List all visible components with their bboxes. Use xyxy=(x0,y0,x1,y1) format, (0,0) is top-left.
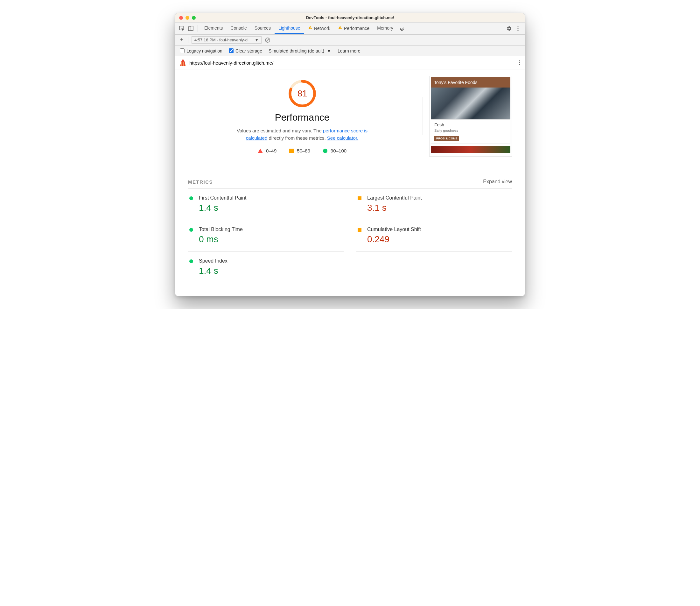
metrics-header: METRICS Expand view xyxy=(188,179,512,189)
window-title: DevTools - foul-heavenly-direction.glitc… xyxy=(175,15,525,20)
svg-point-12 xyxy=(519,60,520,61)
circle-icon xyxy=(189,196,193,200)
expand-view-button[interactable]: Expand view xyxy=(483,179,512,185)
learn-more-link[interactable]: Learn more xyxy=(338,48,361,53)
legend-avg: 50–89 xyxy=(289,148,310,154)
svg-rect-3 xyxy=(310,27,311,28)
warning-icon xyxy=(338,25,342,30)
clear-storage-label: Clear storage xyxy=(236,48,262,53)
metric-label: Cumulative Layout Shift xyxy=(367,227,421,232)
throttling-selector[interactable]: Simulated throttling (default) ▼ xyxy=(269,48,331,53)
square-icon xyxy=(358,228,361,232)
dropdown-triangle-icon: ▼ xyxy=(255,38,259,42)
metric-item: Cumulative Layout Shift0.249 xyxy=(356,220,512,252)
svg-line-11 xyxy=(266,39,269,42)
svg-point-13 xyxy=(519,62,520,63)
circle-icon xyxy=(323,149,328,153)
preview-card-title: Fesh xyxy=(434,122,507,127)
score-gauge: 81 xyxy=(188,79,416,108)
lighthouse-icon xyxy=(180,59,186,67)
svg-point-8 xyxy=(517,28,518,29)
metrics-grid: First Contentful Paint1.4 sLargest Conte… xyxy=(188,189,512,283)
inspect-element-icon[interactable] xyxy=(178,24,186,33)
warning-icon xyxy=(308,25,312,30)
triangle-icon xyxy=(258,149,263,153)
svg-point-7 xyxy=(517,26,518,27)
more-tabs-icon[interactable] xyxy=(398,24,406,33)
tabs-container: ElementsConsoleSourcesLighthouseNetworkP… xyxy=(200,24,397,33)
score-description: Values are estimated and may vary. The p… xyxy=(232,127,372,142)
clear-storage-checkbox[interactable]: Clear storage xyxy=(229,48,262,53)
metric-value: 0.249 xyxy=(367,234,421,244)
lighthouse-report: 81 Performance Values are estimated and … xyxy=(175,69,525,296)
legend-good: 90–100 xyxy=(323,148,346,154)
settings-gear-icon[interactable] xyxy=(505,24,513,33)
page-preview: Tony's Favorite Foods Fesh Salty goodnes… xyxy=(429,76,512,157)
svg-rect-2 xyxy=(191,26,193,30)
metric-label: Total Blocking Time xyxy=(199,227,243,232)
legacy-navigation-checkbox[interactable]: Legacy navigation xyxy=(180,48,222,53)
report-selector[interactable]: 4:57:16 PM - foul-heavenly-di ▼ xyxy=(192,36,262,44)
tab-lighthouse[interactable]: Lighthouse xyxy=(274,24,304,34)
devtools-window: DevTools - foul-heavenly-direction.glitc… xyxy=(175,13,525,296)
preview-card: Fesh Salty goodness PROS & CONS xyxy=(431,119,510,144)
circle-icon xyxy=(189,228,193,232)
tab-memory[interactable]: Memory xyxy=(373,24,397,33)
dropdown-triangle-icon: ▼ xyxy=(327,48,331,53)
metric-label: Speed Index xyxy=(199,258,227,264)
tab-performance[interactable]: Performance xyxy=(334,24,373,33)
score-column: 81 Performance Values are estimated and … xyxy=(188,76,416,157)
metric-value: 3.1 s xyxy=(367,203,422,213)
preview-image xyxy=(431,88,510,119)
report-url: https://foul-heavenly-direction.glitch.m… xyxy=(189,60,516,66)
circle-icon xyxy=(189,259,193,263)
legend-bad: 0–49 xyxy=(258,148,276,154)
preview-card-subtitle: Salty goodness xyxy=(434,129,507,133)
tab-sources[interactable]: Sources xyxy=(251,24,274,33)
metric-value: 1.4 s xyxy=(199,266,227,276)
calculator-link[interactable]: See calculator. xyxy=(327,135,358,141)
report-menu-icon[interactable] xyxy=(519,60,520,65)
lighthouse-subbar: + 4:57:16 PM - foul-heavenly-di ▼ xyxy=(175,35,525,46)
vertical-divider xyxy=(423,97,423,135)
metric-item: Speed Index1.4 s xyxy=(188,252,344,283)
square-icon xyxy=(289,149,294,153)
svg-rect-5 xyxy=(340,27,340,28)
metric-item: Total Blocking Time0 ms xyxy=(188,220,344,252)
svg-point-14 xyxy=(519,64,520,65)
score-value: 81 xyxy=(297,89,307,98)
preview-header: Tony's Favorite Foods xyxy=(431,77,510,88)
legacy-navigation-input[interactable] xyxy=(180,48,185,53)
report-top-grid: 81 Performance Values are estimated and … xyxy=(188,76,512,157)
svg-rect-4 xyxy=(310,28,311,29)
devtools-tabbar: ElementsConsoleSourcesLighthouseNetworkP… xyxy=(175,23,525,35)
device-toolbar-icon[interactable] xyxy=(187,24,195,33)
throttling-label: Simulated throttling (default) xyxy=(269,48,324,53)
score-legend: 0–49 50–89 90–100 xyxy=(188,148,416,154)
report-selector-label: 4:57:16 PM - foul-heavenly-di xyxy=(194,38,248,42)
lighthouse-options-row: Legacy navigation Clear storage Simulate… xyxy=(175,46,525,56)
svg-rect-6 xyxy=(340,28,340,29)
square-icon xyxy=(358,196,361,200)
preview-image-2 xyxy=(431,146,510,153)
svg-point-9 xyxy=(517,30,518,31)
clear-storage-input[interactable] xyxy=(229,48,234,53)
metric-label: Largest Contentful Paint xyxy=(367,195,422,201)
clear-icon[interactable] xyxy=(265,37,270,43)
preview-card-button: PROS & CONS xyxy=(434,136,459,141)
tab-elements[interactable]: Elements xyxy=(200,24,226,33)
metric-value: 0 ms xyxy=(199,234,243,244)
metric-item: First Contentful Paint1.4 s xyxy=(188,189,344,220)
metric-value: 1.4 s xyxy=(199,203,246,213)
report-url-row: https://foul-heavenly-direction.glitch.m… xyxy=(175,56,525,69)
tab-console[interactable]: Console xyxy=(226,24,250,33)
metric-item: Largest Contentful Paint3.1 s xyxy=(356,189,512,220)
metric-label: First Contentful Paint xyxy=(199,195,246,201)
category-title: Performance xyxy=(188,112,416,123)
kebab-menu-icon[interactable] xyxy=(514,24,522,33)
tab-network[interactable]: Network xyxy=(304,24,334,33)
new-report-button[interactable]: + xyxy=(178,37,185,43)
metrics-heading: METRICS xyxy=(188,179,213,185)
legacy-navigation-label: Legacy navigation xyxy=(187,48,222,53)
window-titlebar: DevTools - foul-heavenly-direction.glitc… xyxy=(175,13,525,23)
